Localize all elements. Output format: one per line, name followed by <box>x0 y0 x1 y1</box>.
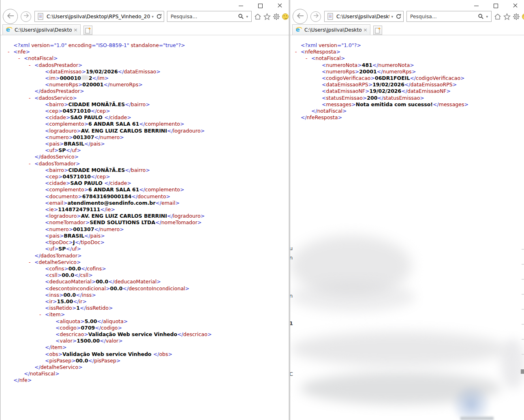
titlebar[interactable] <box>0 0 289 9</box>
xml-line: </nfeResposta> <box>290 114 524 121</box>
favorites-star-icon[interactable] <box>263 13 271 20</box>
tab-bar: e C:\Users\jpsilva\Desktop\R... × <box>290 24 524 35</box>
xml-line: <cep>04571010</cep> <box>0 108 289 114</box>
tab-close-icon[interactable]: × <box>73 27 78 32</box>
feedback-smiley-icon[interactable] <box>282 13 289 20</box>
xml-line: <ie>114872479111</ie> <box>0 206 289 213</box>
xml-line: <cofins>00.0</cofins> <box>0 266 289 272</box>
xml-line: -<dadosPrestador> <box>0 62 289 69</box>
xml-line: <obs>Validação Web service Vinhedo </obs… <box>0 351 289 358</box>
collapse-toggle[interactable]: - <box>29 259 31 266</box>
xml-line: <descricao>Validação Web service Vinhedo… <box>0 331 289 338</box>
tab-close-icon[interactable]: × <box>363 27 368 32</box>
xml-line: <uf>SP</uf> <box>0 246 289 252</box>
xml-line: <dataEmissaoRPS>19/02/2026</dataEmissaoR… <box>290 81 524 88</box>
xml-line: -<detalheServico> <box>0 259 289 266</box>
maximize-button[interactable] <box>493 3 498 8</box>
xml-line: </dadosTomador> <box>0 253 289 259</box>
new-tab-button[interactable] <box>373 26 382 35</box>
favorites-star-icon[interactable] <box>503 13 511 20</box>
search-icon[interactable] <box>477 13 484 20</box>
maximize-button[interactable] <box>258 3 263 8</box>
xml-line: <tipoDoc>J</tipoDoc> <box>0 239 289 246</box>
address-url[interactable]: C:\Users\jpsilva\Desktop\I <box>336 14 389 19</box>
browser-tab[interactable]: e C:\Users\jpsilva\Desktop\R... × <box>2 24 81 35</box>
refresh-icon[interactable] <box>395 13 402 20</box>
xml-line: <cidade>SAO PAULO </cidade> <box>0 114 289 121</box>
titlebar[interactable] <box>290 0 524 9</box>
xml-line: <pais>BRASIL</pais> <box>0 233 289 239</box>
tab-title: C:\Users\jpsilva\Desktop\R... <box>15 27 72 33</box>
xml-line: <aliquota>5.00</aliquota> <box>0 318 289 325</box>
back-button[interactable] <box>293 9 308 24</box>
xml-line: -<item> <box>0 311 289 318</box>
close-button[interactable] <box>277 3 282 8</box>
address-dropdown-icon[interactable]: ▾ <box>389 15 395 19</box>
back-button[interactable] <box>3 9 18 24</box>
xml-line: <dataEmissaoNF>19/02/2026</dataEmissaoNF… <box>290 88 524 94</box>
collapse-toggle[interactable]: - <box>306 55 308 62</box>
forward-button[interactable] <box>310 11 321 22</box>
page-file-icon <box>37 13 44 20</box>
xml-line: <pais>BRASIL</pais> <box>0 141 289 147</box>
collapse-toggle[interactable]: - <box>18 55 20 62</box>
xml-line: <complemento>6 ANDAR SALA 61</complement… <box>0 121 289 127</box>
settings-gear-icon[interactable] <box>273 13 280 20</box>
forward-arrow-icon <box>313 13 319 20</box>
search-box[interactable]: Pesquisa... ▾ <box>406 11 492 22</box>
collapse-toggle[interactable]: - <box>295 49 297 55</box>
minimize-button[interactable] <box>238 3 244 8</box>
search-placeholder[interactable]: Pesquisa... <box>171 14 237 19</box>
settings-gear-icon[interactable] <box>513 13 520 20</box>
xml-line: -<nfe> <box>0 49 289 55</box>
collapse-toggle[interactable]: - <box>29 95 31 101</box>
xml-line: <codigoVerificacao>06DR1FOEIL</codigoVer… <box>290 75 524 81</box>
browser-tab[interactable]: e C:\Users\jpsilva\Desktop\R... × <box>292 24 370 35</box>
close-button[interactable] <box>513 3 518 8</box>
xml-line: <csll>00.0</csll> <box>0 272 289 279</box>
search-placeholder[interactable]: Pesquisa... <box>410 14 477 19</box>
xml-line: </nfe> <box>0 377 289 384</box>
navigation-bar: C:\Users\jpsilva\Desktop\RPS_Vinhedo_202… <box>0 9 289 24</box>
home-icon[interactable] <box>254 13 261 20</box>
page-file-icon <box>327 13 334 20</box>
forward-button[interactable] <box>21 11 31 22</box>
collapse-toggle[interactable]: - <box>29 62 31 69</box>
xml-line: </item> <box>0 344 289 351</box>
search-box[interactable]: Pesquisa... ▾ <box>167 11 252 22</box>
address-bar[interactable]: C:\Users\jpsilva\Desktop\I ▾ <box>324 11 404 22</box>
xml-line: -<dadosTomador> <box>0 161 289 167</box>
minimize-button[interactable] <box>474 3 479 8</box>
home-icon[interactable] <box>494 13 501 20</box>
xml-line: </dadosPrestador> <box>0 88 289 94</box>
xml-line: </notaFiscal> <box>290 108 524 114</box>
collapse-toggle[interactable]: - <box>29 161 31 167</box>
xml-line: <messages>Nota emitida com sucesso!</mes… <box>290 101 524 108</box>
xml-line: <bairro>CIDADE MONÃ?Ã.ES</bairro> <box>0 167 289 174</box>
ie-logo-icon: e <box>5 26 13 34</box>
address-bar[interactable]: C:\Users\jpsilva\Desktop\RPS_Vinhedo_202… <box>34 11 164 22</box>
xml-line: <im>0000102</im> <box>0 75 289 81</box>
xml-line: <numeroRps>20001</numeroRps> <box>290 69 524 75</box>
xml-line: <inss>00.0</inss> <box>0 292 289 298</box>
refresh-icon[interactable] <box>155 13 163 20</box>
collapse-toggle[interactable]: - <box>39 311 41 318</box>
search-dropdown-icon[interactable]: ▾ <box>484 15 490 19</box>
search-icon[interactable] <box>237 13 244 20</box>
xml-line: <deducaoMaterial>00.0</deducaoMaterial> <box>0 279 289 285</box>
search-dropdown-icon[interactable]: ▾ <box>244 15 250 19</box>
xml-line: <nomeTomador>SEND SOLUTIONS LTDA</nomeTo… <box>0 219 289 226</box>
xml-line: <statusEmissao>200</statusEmissao> <box>290 95 524 101</box>
collapse-toggle[interactable]: - <box>8 49 10 55</box>
xml-line: -<notaFiscal> <box>290 55 524 62</box>
xml-document-request: <?xml version="1.0" encoding="ISO-8859-1… <box>0 35 289 420</box>
address-url[interactable]: C:\Users\jpsilva\Desktop\RPS_Vinhedo_202… <box>47 14 150 19</box>
back-arrow-icon <box>296 11 305 22</box>
xml-line: <logradouro>AV. ENG LUIZ CARLOS BERRINI<… <box>0 213 289 219</box>
xml-line: <email>atendimento@sendinfo.com.br</emai… <box>0 200 289 206</box>
xml-line: <complemento>6 ANDAR SALA 61</complement… <box>0 186 289 193</box>
xml-line: <ir>15.00</ir> <box>0 298 289 305</box>
address-dropdown-icon[interactable]: ▾ <box>150 15 155 19</box>
new-tab-button[interactable] <box>83 26 92 35</box>
feedback-smiley-icon[interactable] <box>522 13 524 20</box>
